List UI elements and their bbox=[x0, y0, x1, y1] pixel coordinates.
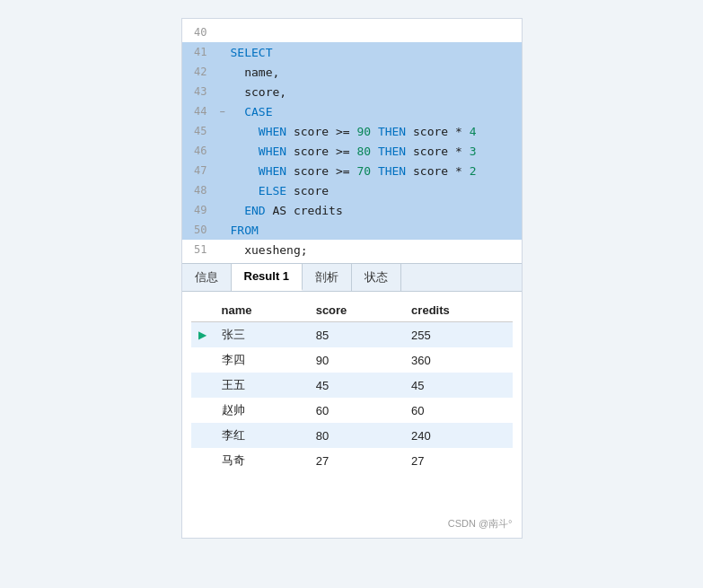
line-content: END AS credits bbox=[229, 204, 522, 217]
line-content: xuesheng; bbox=[229, 243, 522, 257]
line-number: 42 bbox=[182, 66, 216, 78]
table-cell-name: 李四 bbox=[215, 347, 309, 373]
collapse-icon[interactable]: − bbox=[216, 107, 229, 117]
line-content: CASE bbox=[229, 105, 522, 118]
table-row: ▶张三85255 bbox=[191, 322, 513, 348]
line-content: score, bbox=[229, 85, 522, 99]
row-arrow bbox=[191, 347, 215, 373]
line-content: name, bbox=[229, 66, 522, 79]
table-row: 王五4545 bbox=[191, 373, 513, 398]
line-number: 51 bbox=[182, 243, 216, 256]
table-row: 李四90360 bbox=[191, 347, 513, 373]
table-cell-name: 马奇 bbox=[215, 448, 309, 473]
code-line: 43 score, bbox=[182, 82, 522, 101]
row-arrow: ▶ bbox=[191, 322, 215, 348]
table-cell-name: 赵帅 bbox=[215, 398, 309, 423]
line-content: FROM bbox=[229, 224, 522, 237]
row-arrow bbox=[191, 448, 215, 473]
table-cell-credits: 360 bbox=[404, 347, 512, 373]
tab-item[interactable]: 信息 bbox=[182, 264, 232, 291]
table-row: 马奇2727 bbox=[191, 448, 513, 473]
code-line: 41SELECT bbox=[182, 42, 522, 62]
code-line: 50FROM bbox=[182, 220, 522, 240]
table-cell-score: 27 bbox=[309, 448, 404, 473]
table-cell-credits: 60 bbox=[404, 398, 512, 423]
table-cell-score: 45 bbox=[309, 373, 404, 398]
table-cell-credits: 255 bbox=[404, 322, 512, 348]
line-content: WHEN score >= 80 THEN score * 3 bbox=[229, 145, 522, 158]
tabs-bar: 信息Result 1剖析状态 bbox=[182, 263, 522, 292]
table-row: 赵帅6060 bbox=[191, 398, 513, 423]
code-line: 44− CASE bbox=[182, 101, 522, 121]
table-row: 李红80240 bbox=[191, 423, 513, 448]
line-content: WHEN score >= 90 THEN score * 4 bbox=[229, 125, 522, 138]
tab-item[interactable]: Result 1 bbox=[232, 264, 303, 291]
row-arrow bbox=[191, 398, 215, 423]
line-content: WHEN score >= 70 THEN score * 2 bbox=[229, 164, 522, 178]
line-number: 46 bbox=[182, 145, 216, 157]
result-table: namescorecredits▶张三85255李四90360王五4545赵帅6… bbox=[191, 299, 513, 473]
line-number: 43 bbox=[182, 85, 216, 98]
code-line: 42 name, bbox=[182, 62, 522, 82]
line-number: 50 bbox=[182, 224, 216, 236]
line-content: ELSE score bbox=[229, 184, 522, 197]
row-arrow bbox=[191, 423, 215, 448]
table-cell-name: 张三 bbox=[215, 322, 309, 348]
table-cell-credits: 45 bbox=[404, 373, 512, 398]
table-header-arrow bbox=[191, 299, 215, 322]
code-line: 48 ELSE score bbox=[182, 180, 522, 200]
line-number: 44 bbox=[182, 105, 216, 118]
tab-item[interactable]: 状态 bbox=[352, 264, 401, 291]
line-number: 41 bbox=[182, 46, 216, 58]
table-cell-credits: 240 bbox=[404, 423, 512, 448]
line-number: 47 bbox=[182, 164, 216, 177]
line-number: 49 bbox=[182, 204, 216, 216]
table-cell-name: 李红 bbox=[215, 423, 309, 448]
line-number: 45 bbox=[182, 125, 216, 137]
line-content: SELECT bbox=[229, 46, 522, 59]
line-number: 40 bbox=[182, 26, 216, 39]
code-line: 49 END AS credits bbox=[182, 200, 522, 220]
table-cell-score: 80 bbox=[309, 423, 404, 448]
code-line: 40 bbox=[182, 22, 522, 42]
table-header: score bbox=[309, 299, 404, 322]
code-line: 45 WHEN score >= 90 THEN score * 4 bbox=[182, 121, 522, 141]
table-header: name bbox=[215, 299, 309, 322]
table-header: credits bbox=[404, 299, 512, 322]
line-number: 48 bbox=[182, 184, 216, 197]
result-area: namescorecredits▶张三85255李四90360王五4545赵帅6… bbox=[182, 292, 522, 480]
watermark: CSDN @南斗° bbox=[448, 517, 513, 531]
code-line: 46 WHEN score >= 80 THEN score * 3 bbox=[182, 141, 522, 161]
code-line: 47 WHEN score >= 70 THEN score * 2 bbox=[182, 161, 522, 180]
code-line: 51 xuesheng; bbox=[182, 240, 522, 259]
table-cell-score: 90 bbox=[309, 347, 404, 373]
table-cell-score: 85 bbox=[309, 322, 404, 348]
code-editor: 4041SELECT42 name,43 score,44− CASE45 WH… bbox=[182, 19, 522, 263]
table-cell-credits: 27 bbox=[404, 448, 512, 473]
tab-item[interactable]: 剖析 bbox=[303, 264, 352, 291]
row-arrow bbox=[191, 373, 215, 398]
main-container: 4041SELECT42 name,43 score,44− CASE45 WH… bbox=[181, 18, 523, 539]
table-cell-name: 王五 bbox=[215, 373, 309, 398]
table-cell-score: 60 bbox=[309, 398, 404, 423]
